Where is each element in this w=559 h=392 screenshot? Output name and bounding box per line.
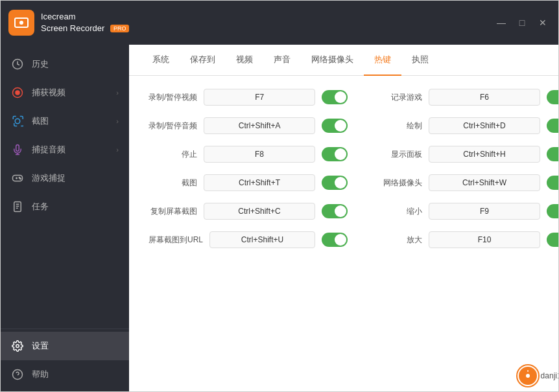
- app-name-line1: Icecream: [41, 12, 75, 21]
- watermark: danji100.com: [517, 365, 558, 386]
- close-button[interactable]: ✕: [535, 15, 551, 30]
- tab-video[interactable]: 视频: [226, 45, 263, 76]
- main-content: 历史 捕获视频 ›: [1, 45, 558, 391]
- title-bar-left: Icecream Screen Recorder PRO: [8, 10, 129, 36]
- sidebar-nav: 历史 捕获视频 ›: [1, 45, 129, 329]
- sidebar-item-capture-audio[interactable]: 捕捉音频 ›: [1, 135, 129, 164]
- hotkey-row-zoom-out: 缩小: [374, 203, 558, 220]
- hotkey-input-record-audio[interactable]: [204, 117, 315, 134]
- screenshot-icon: [11, 115, 24, 128]
- history-icon: [11, 58, 24, 71]
- toggle-webcam[interactable]: [547, 176, 558, 190]
- toggle-record-video[interactable]: [322, 90, 348, 104]
- toggle-record-audio[interactable]: [322, 119, 348, 133]
- pro-badge: PRO: [110, 25, 130, 32]
- svg-point-18: [526, 374, 530, 378]
- app-title: Icecream Screen Recorder PRO: [41, 11, 129, 34]
- hotkey-input-record-video[interactable]: [204, 89, 315, 106]
- sidebar: 历史 捕获视频 ›: [1, 45, 129, 391]
- right-panel-wrapper: 系统 保存到 视频 声音 网络摄像头 热键 执照 录制/暂停视频: [129, 45, 558, 391]
- hotkey-input-zoom-in[interactable]: [429, 231, 540, 248]
- right-panel: 系统 保存到 视频 声音 网络摄像头 热键 执照 录制/暂停视频: [129, 45, 558, 391]
- hotkey-grid: 录制/暂停视频 记录游戏 录制/暂停音频: [149, 89, 558, 248]
- app-window: Icecream Screen Recorder PRO — □ ✕: [0, 0, 559, 392]
- svg-point-4: [16, 91, 19, 95]
- hotkey-row-copy-screenshot: 复制屏幕截图: [149, 203, 348, 220]
- hotkey-input-screenshot[interactable]: [204, 174, 315, 191]
- hotkey-input-stop[interactable]: [204, 146, 315, 163]
- hotkey-label-screenshot: 截图: [149, 178, 197, 189]
- hotkey-label-show-panel: 显示面板: [374, 149, 422, 160]
- hotkey-input-record-game[interactable]: [429, 89, 540, 106]
- task-icon: [11, 200, 24, 213]
- tab-hotkeys[interactable]: 热键: [364, 45, 401, 76]
- settings-content: 录制/暂停视频 记录游戏 录制/暂停音频: [129, 76, 558, 391]
- hotkey-input-show-panel[interactable]: [429, 146, 540, 163]
- hotkey-label-screenshot-url: 屏幕截图到URL: [149, 235, 203, 246]
- toggle-record-game[interactable]: [547, 90, 558, 104]
- toggle-stop[interactable]: [322, 147, 348, 161]
- watermark-text: danji100.com: [541, 371, 558, 380]
- hotkey-input-zoom-out[interactable]: [429, 203, 540, 220]
- hotkey-row-screenshot: 截图: [149, 174, 348, 191]
- settings-icon: [11, 340, 24, 352]
- hotkey-label-record-video: 录制/暂停视频: [149, 92, 197, 103]
- sidebar-item-settings[interactable]: 设置: [1, 332, 129, 360]
- capture-video-arrow: ›: [116, 89, 119, 97]
- svg-point-1: [19, 21, 23, 25]
- sidebar-label-history: 历史: [32, 58, 49, 70]
- hotkey-input-copy-screenshot[interactable]: [204, 203, 315, 220]
- sidebar-item-task[interactable]: 任务: [1, 192, 129, 221]
- hotkey-row-record-video: 录制/暂停视频: [149, 89, 348, 106]
- maximize-button[interactable]: □: [514, 15, 530, 30]
- hotkey-label-zoom-out: 缩小: [374, 206, 422, 217]
- sidebar-item-help[interactable]: 帮助: [1, 360, 129, 389]
- sidebar-item-history[interactable]: 历史: [1, 50, 129, 78]
- sidebar-label-task: 任务: [32, 201, 49, 213]
- hotkey-label-webcam: 网络摄像头: [374, 178, 422, 189]
- hotkey-input-screenshot-url[interactable]: [209, 231, 315, 248]
- tabs-bar: 系统 保存到 视频 声音 网络摄像头 热键 执照: [129, 45, 558, 76]
- tab-save[interactable]: 保存到: [180, 45, 226, 76]
- hotkey-input-draw[interactable]: [429, 117, 540, 134]
- hotkey-label-record-game: 记录游戏: [374, 92, 422, 103]
- minimize-button[interactable]: —: [494, 15, 509, 30]
- tab-audio[interactable]: 声音: [263, 45, 301, 76]
- sidebar-label-game-capture: 游戏捕捉: [32, 172, 65, 184]
- capture-audio-icon: [11, 143, 24, 156]
- hotkey-row-draw: 绘制: [374, 117, 558, 134]
- toggle-copy-screenshot[interactable]: [322, 204, 348, 218]
- sidebar-item-screenshot[interactable]: 截图 ›: [1, 107, 129, 135]
- app-name-line2: Screen Recorder: [41, 23, 104, 33]
- capture-video-icon: [11, 86, 24, 99]
- svg-point-15: [16, 345, 19, 348]
- help-icon: [11, 368, 24, 381]
- sidebar-item-game-capture[interactable]: 游戏捕捉: [1, 164, 129, 192]
- sidebar-bottom: 设置 帮助: [1, 329, 129, 391]
- sidebar-item-capture-video[interactable]: 捕获视频 ›: [1, 78, 129, 107]
- sidebar-label-help: 帮助: [32, 369, 49, 380]
- toggle-zoom-in[interactable]: [547, 233, 558, 247]
- toggle-show-panel[interactable]: [547, 147, 558, 161]
- sidebar-label-screenshot: 截图: [32, 115, 49, 127]
- hotkey-row-webcam: 网络摄像头: [374, 174, 558, 191]
- hotkey-label-copy-screenshot: 复制屏幕截图: [149, 206, 197, 217]
- toggle-draw[interactable]: [547, 119, 558, 133]
- screenshot-arrow: ›: [116, 117, 119, 125]
- hotkey-label-zoom-in: 放大: [374, 235, 422, 246]
- hotkey-label-record-audio: 录制/暂停音频: [149, 121, 197, 132]
- tab-system[interactable]: 系统: [142, 45, 180, 76]
- hotkey-row-record-audio: 录制/暂停音频: [149, 117, 348, 134]
- hotkey-label-stop: 停止: [149, 149, 197, 160]
- hotkey-row-record-game: 记录游戏: [374, 89, 558, 106]
- toggle-screenshot-url[interactable]: [322, 233, 348, 247]
- sidebar-label-capture-video: 捕获视频: [32, 87, 65, 98]
- tab-license[interactable]: 执照: [401, 45, 439, 76]
- toggle-zoom-out[interactable]: [547, 204, 558, 218]
- sidebar-label-capture-audio: 捕捉音频: [32, 144, 65, 156]
- tab-webcam[interactable]: 网络摄像头: [301, 45, 364, 76]
- toggle-screenshot[interactable]: [322, 176, 348, 190]
- game-capture-icon: [11, 172, 24, 185]
- hotkey-input-webcam[interactable]: [429, 174, 540, 191]
- hotkey-row-stop: 停止: [149, 146, 348, 163]
